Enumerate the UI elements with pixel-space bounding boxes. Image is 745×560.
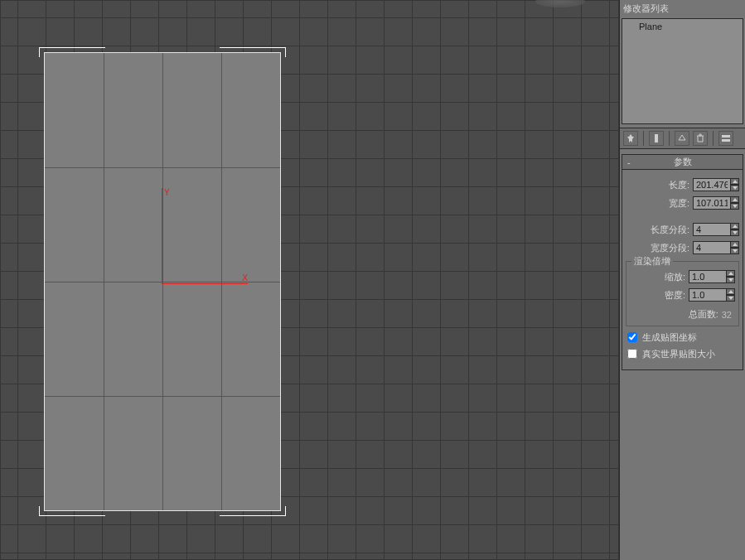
viewport[interactable]: Y X (0, 0, 619, 560)
modifier-list-label: 修改器列表 (620, 0, 745, 17)
width-segs-spinner[interactable] (693, 241, 739, 254)
length-segs-spinner[interactable] (693, 223, 739, 236)
density-label: 密度: (665, 289, 685, 302)
density-row: 密度: (630, 287, 735, 303)
density-spinner[interactable] (689, 288, 735, 302)
scale-row: 缩放: (630, 268, 735, 285)
modifier-toolbar (620, 128, 745, 149)
svg-rect-1 (722, 135, 730, 138)
spinner-down-icon[interactable] (727, 277, 735, 283)
render-mult-title: 渲染倍增 (631, 255, 673, 268)
width-segs-label: 宽度分段: (651, 242, 689, 254)
length-row: 长度: (626, 176, 739, 193)
spinner-up-icon[interactable] (731, 196, 739, 203)
length-input[interactable] (693, 178, 731, 191)
generate-uv-checkbox[interactable] (627, 332, 637, 342)
render-multipliers-group: 渲染倍增 缩放: 密度: (626, 261, 739, 326)
length-segs-input[interactable] (693, 223, 731, 236)
rollout-title: 参数 (674, 156, 692, 168)
modify-panel: 修改器列表 Plane - 参数 长度: (619, 0, 745, 560)
width-label: 宽度: (669, 197, 689, 210)
configure-sets-button[interactable] (718, 131, 733, 146)
spinner-up-icon[interactable] (731, 178, 739, 185)
width-segs-input[interactable] (693, 241, 731, 254)
width-segs-row: 宽度分段: (626, 239, 739, 256)
spinner-down-icon[interactable] (731, 229, 739, 236)
separator (713, 131, 714, 146)
spinner-down-icon[interactable] (731, 203, 739, 210)
spinner-up-icon[interactable] (731, 223, 739, 229)
make-unique-button[interactable] (675, 131, 689, 146)
collapse-icon: - (627, 157, 631, 167)
scale-spinner[interactable] (689, 270, 735, 283)
spinner-up-icon[interactable] (727, 288, 735, 295)
segment-line (162, 53, 163, 510)
total-faces-row: 总面数: 32 (630, 308, 732, 321)
total-faces-value: 32 (722, 310, 732, 320)
svg-rect-0 (655, 134, 658, 142)
remove-modifier-button[interactable] (693, 131, 708, 146)
modifier-stack[interactable]: Plane (622, 18, 743, 124)
pin-stack-button[interactable] (623, 131, 638, 146)
parameters-rollout: - 参数 长度: 宽度: (622, 154, 743, 370)
segment-line (104, 53, 104, 510)
width-input[interactable] (693, 196, 731, 210)
real-world-label: 真实世界贴图大小 (642, 348, 715, 360)
separator (643, 131, 644, 146)
spinner-down-icon[interactable] (731, 248, 739, 254)
length-label: 长度: (669, 179, 689, 191)
spinner-up-icon[interactable] (727, 270, 735, 277)
rollout-body: 长度: 宽度: (622, 170, 743, 369)
stack-item-plane[interactable]: Plane (622, 19, 743, 35)
density-input[interactable] (689, 288, 727, 302)
plane-object[interactable] (39, 47, 286, 516)
plane-surface[interactable] (44, 52, 281, 511)
svg-rect-2 (722, 139, 730, 142)
real-world-checkbox[interactable] (627, 349, 637, 359)
spinner-up-icon[interactable] (731, 241, 739, 248)
generate-uv-row[interactable]: 生成贴图坐标 (627, 330, 739, 345)
rollout-header[interactable]: - 参数 (622, 155, 743, 170)
total-faces-label: 总面数: (689, 308, 718, 321)
real-world-row[interactable]: 真实世界贴图大小 (627, 346, 739, 361)
length-segs-label: 长度分段: (651, 224, 689, 236)
length-segs-row: 长度分段: (626, 221, 739, 238)
generate-uv-label: 生成贴图坐标 (642, 331, 697, 344)
spinner-down-icon[interactable] (731, 185, 739, 191)
segment-line (221, 53, 222, 510)
show-end-result-button[interactable] (649, 131, 664, 146)
separator (669, 131, 670, 146)
width-spinner[interactable] (693, 196, 739, 210)
length-spinner[interactable] (693, 178, 739, 191)
scale-label: 缩放: (665, 271, 685, 283)
spinner-down-icon[interactable] (727, 295, 735, 302)
width-row: 宽度: (626, 195, 739, 211)
scale-input[interactable] (689, 270, 727, 283)
